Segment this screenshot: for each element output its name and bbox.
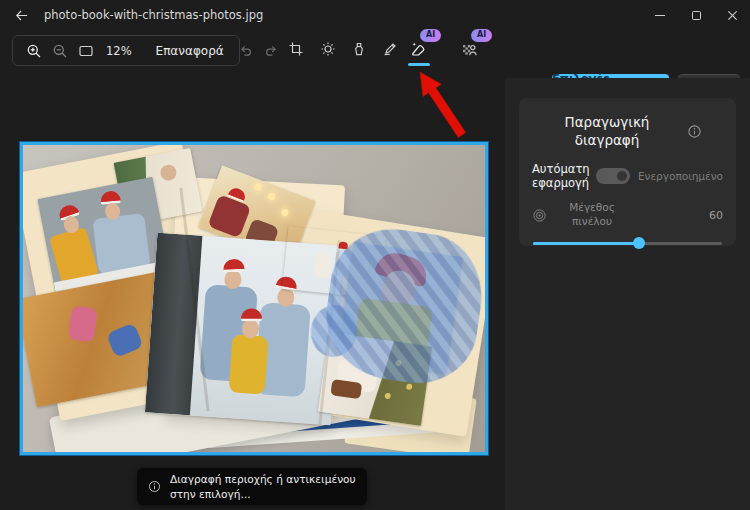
adjustment-tool-button[interactable] [314,35,342,63]
zoom-controls-group: 12% Επαναφορά [12,35,240,66]
tooltip-info-icon [148,480,161,493]
pen-icon [382,41,398,57]
undo-button[interactable] [233,38,259,64]
zoom-out-button[interactable] [47,38,73,64]
brush-size-icon [532,208,547,223]
panel-title: Παραγωγική διαγραφή [553,113,661,149]
brightness-icon [320,41,336,57]
toggle-knob [617,171,627,181]
markup-tool-button[interactable] [376,35,404,63]
window-title: photo-book-with-christmas-photos.jpg [44,8,263,22]
brush-size-slider[interactable] [533,236,722,250]
crop-icon [288,41,304,57]
panel-title-row: Παραγωγική διαγραφή [519,98,736,149]
zoom-in-button[interactable] [21,38,47,64]
titlebar: photo-book-with-christmas-photos.jpg [0,0,750,30]
close-icon [727,10,738,21]
reset-button[interactable]: Επαναφορά [147,44,233,58]
selected-tool-underline [408,63,430,66]
background-icon [461,41,478,58]
auto-apply-row: Αυτόματη εφαρμογή Ενεργοποιημένο [519,162,736,190]
back-button[interactable] [6,0,36,30]
image-selection-frame [20,142,488,455]
minimize-icon [655,15,665,16]
brush-size-row: Μέγεθος πινέλου 60 [519,201,736,228]
back-arrow-icon [14,8,29,23]
generative-erase-tool-button[interactable]: AI [404,35,432,63]
toolbar: 12% Επαναφορά [0,32,750,70]
erase-icon [410,41,427,58]
info-icon[interactable] [687,124,702,139]
photo-canvas[interactable] [23,145,485,452]
fit-to-window-button[interactable] [73,38,99,64]
redo-icon [264,43,279,58]
status-tooltip: Διαγραφή περιοχής ή αντικειμένου στην επ… [137,468,367,505]
ai-badge-background: AI [471,29,492,42]
zoom-out-icon [52,43,68,59]
side-panel: Παραγωγική διαγραφή Αυτόματη εφαρμογή Εν… [505,78,750,510]
photos-editor-window: photo-book-with-christmas-photos.jpg [0,0,750,510]
undo-icon [238,43,253,58]
auto-apply-toggle[interactable] [596,168,630,184]
fit-to-window-icon [78,43,94,59]
slider-fill [533,242,639,245]
filter-tool-button[interactable] [345,35,373,63]
maximize-icon [692,11,701,20]
generative-erase-panel: Παραγωγική διαγραφή Αυτόματη εφαρμογή Εν… [519,98,736,246]
minimize-button[interactable] [642,0,678,30]
redo-button[interactable] [259,38,285,64]
auto-apply-state: Ενεργοποιημένο [638,170,723,182]
ai-badge-erase: AI [420,29,441,42]
tooltip-text: Διαγραφή περιοχής ή αντικειμένου στην επ… [170,472,356,501]
close-button[interactable] [714,0,750,30]
auto-apply-label: Αυτόματη εφαρμογή [532,162,596,190]
background-tool-button[interactable]: AI [455,35,483,63]
crop-tool-button[interactable] [282,35,310,63]
brush-size-label: Μέγεθος πινέλου [561,201,623,228]
zoom-in-icon [26,43,42,59]
filter-icon [351,41,367,57]
window-controls [642,0,750,30]
maximize-button[interactable] [678,0,714,30]
zoom-level-value[interactable]: 12% [99,44,139,58]
brush-size-value: 60 [709,209,723,222]
slider-thumb[interactable] [633,237,645,249]
